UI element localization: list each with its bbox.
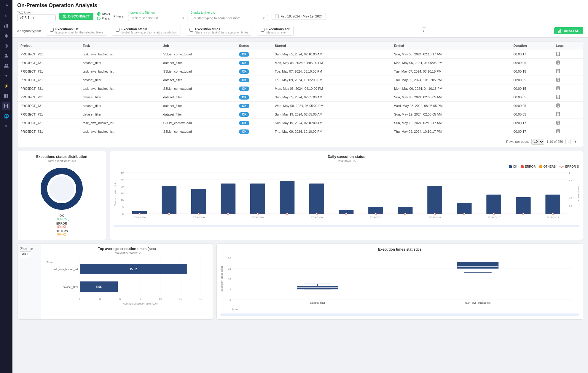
cell-job: S3List_contextLoad [160, 50, 236, 59]
stats-scrollbar[interactable] [220, 313, 579, 316]
cell-logs[interactable] [553, 76, 583, 84]
col-started: Started [272, 41, 391, 50]
disconnect-button[interactable]: DISCONNECT [59, 13, 93, 20]
svg-text:task_aws_bucket_list: task_aws_bucket_list [465, 301, 490, 304]
analysis-type-executions-list[interactable]: Executions list Executions list for the … [46, 26, 107, 36]
cell-logs[interactable] [553, 50, 583, 59]
cell-project: PROJECT_731 [17, 93, 80, 102]
analyse-button[interactable]: ANALYSE [554, 27, 583, 34]
cell-logs[interactable] [553, 110, 583, 119]
cell-status: OK [236, 67, 272, 76]
cell-project: PROJECT_731 [17, 59, 80, 67]
analysis-type-checkbox-1[interactable] [50, 28, 54, 32]
cell-started: Sun, May 05, 2024, 02:05:00 AM [272, 93, 391, 102]
cell-logs[interactable] [553, 93, 583, 102]
edit-icon[interactable]: ✎ [2, 122, 10, 130]
filter2-value: or start typing to search for more. [194, 16, 242, 20]
cell-logs[interactable] [553, 102, 583, 110]
svg-rect-21 [560, 30, 560, 33]
home-icon[interactable]: ⌂ [2, 11, 10, 20]
svg-point-117 [463, 213, 465, 215]
filter2-dropdown[interactable]: or start typing to search for more. ▼ [191, 15, 268, 21]
cell-project: PROJECT_731 [17, 127, 80, 136]
daily-scrollbar[interactable] [114, 225, 579, 227]
cell-ended: Mon, May 06, 2024, 04:10:15 PM [391, 84, 510, 93]
cell-logs[interactable] [553, 59, 583, 67]
analysis-type-checkbox-3[interactable] [189, 28, 193, 32]
topbar: On-Premise Operation Analysis TAC Server… [12, 0, 588, 24]
date-filter[interactable]: Feb 19, 2024 - May 19, 2024 [272, 13, 326, 20]
group-icon[interactable] [2, 62, 10, 70]
svg-point-109 [227, 213, 229, 215]
radio-plans[interactable]: Plans [97, 17, 110, 20]
cell-logs[interactable] [553, 84, 583, 93]
disconnect-icon [63, 15, 66, 18]
analysis-type-checkbox-2[interactable] [116, 28, 119, 32]
report-icon[interactable] [2, 102, 10, 110]
analysis-type-executions-ser[interactable]: Executions ser Metrics on exe [257, 26, 293, 36]
bolt-icon[interactable]: ⚡ [2, 82, 10, 90]
cell-status: OK [236, 76, 272, 84]
svg-text:5.66: 5.66 [96, 285, 102, 289]
sidebar-toggle[interactable]: ≫ [3, 2, 9, 8]
cell-duration: 00:00:15 [511, 67, 553, 76]
cell-task: task_aws_bucket_list [80, 84, 160, 93]
next-page-button[interactable]: › [573, 139, 578, 144]
analysis-type-checkbox-4[interactable] [261, 28, 264, 32]
analysis-type-execution-times[interactable]: Execution times Statistics on tasks/plan… [186, 26, 252, 36]
cell-job: S3List_contextLoad [160, 127, 236, 136]
chart-bar-icon[interactable] [2, 21, 10, 30]
cell-logs[interactable] [553, 67, 583, 76]
radio-tasks[interactable]: Tasks [97, 12, 110, 16]
svg-text:5: 5 [122, 206, 124, 209]
cell-status: OK [236, 127, 272, 136]
filter1-hint: 4 projects to filter on. [128, 11, 187, 14]
show-top-select[interactable]: All ▼ [20, 251, 31, 257]
analysis-type-3-title: Execution times [195, 27, 248, 31]
cell-started: Tue, May 07, 2024, 03:10:00 PM [272, 67, 391, 76]
svg-rect-95 [516, 197, 531, 214]
svg-text:dataset_filter: dataset_filter [63, 286, 78, 289]
svg-point-3 [5, 54, 7, 56]
filter1-group: 4 projects to filter on. Click to see th… [128, 11, 187, 21]
svg-text:15: 15 [228, 267, 231, 270]
analysis-type-execution-status[interactable]: Execution status Global & daily executio… [112, 26, 181, 36]
svg-text:2024-05-17: 2024-05-17 [488, 216, 500, 219]
cell-task: task_aws_bucket_list [80, 127, 160, 136]
disconnect-label: DISCONNECT [68, 15, 90, 18]
target-icon[interactable]: ◎ [2, 41, 10, 50]
svg-text:20: 20 [228, 257, 231, 260]
person-icon[interactable] [2, 52, 10, 60]
svg-point-120 [552, 213, 554, 215]
svg-rect-6 [4, 94, 6, 96]
cell-project: PROJECT_731 [17, 102, 80, 110]
grid-icon[interactable] [2, 92, 10, 100]
globe-icon[interactable]: 🌐 [2, 112, 10, 120]
cell-logs[interactable] [553, 119, 583, 127]
svg-text:18: 18 [199, 297, 202, 300]
rows-per-page-select[interactable]: 102550 [531, 139, 544, 145]
tac-server-label: TAC Server [17, 11, 56, 15]
tools-icon[interactable]: ✦ [2, 72, 10, 80]
cell-ended: Mon, May 06, 2024, 04:05:05 PM [391, 59, 510, 67]
legend-error-dot [521, 165, 524, 168]
cell-duration: 00:00:15 [511, 84, 553, 93]
filter1-dropdown[interactable]: Click to see the list ▼ [128, 15, 187, 21]
legend-others: OTHERS [539, 165, 556, 168]
cell-ended: Sun, May 05, 2024, 02:10:17 AM [391, 50, 510, 59]
svg-text:20: 20 [121, 185, 124, 188]
svg-text:5: 5 [230, 288, 231, 291]
cell-logs[interactable] [553, 127, 583, 136]
circle-icon[interactable]: ◉ [2, 31, 10, 40]
svg-text:10: 10 [121, 199, 124, 202]
cell-duration: 00:00:17 [511, 119, 553, 127]
controls-row: TAC Server v7.3.1 ▼ DISCONNECT Tasks [17, 11, 583, 21]
cell-task: task_aws_bucket_list [80, 119, 160, 127]
radio-plans-circle [97, 17, 101, 20]
tac-server-select[interactable]: v7.3.1 ▼ [17, 15, 56, 21]
nav-more-button[interactable]: › [422, 27, 426, 34]
cell-duration: 00:00:05 [511, 110, 553, 119]
cell-project: PROJECT_731 [17, 84, 80, 93]
prev-page-button[interactable]: ‹ [565, 139, 571, 144]
main-content: On-Premise Operation Analysis TAC Server… [12, 0, 588, 373]
